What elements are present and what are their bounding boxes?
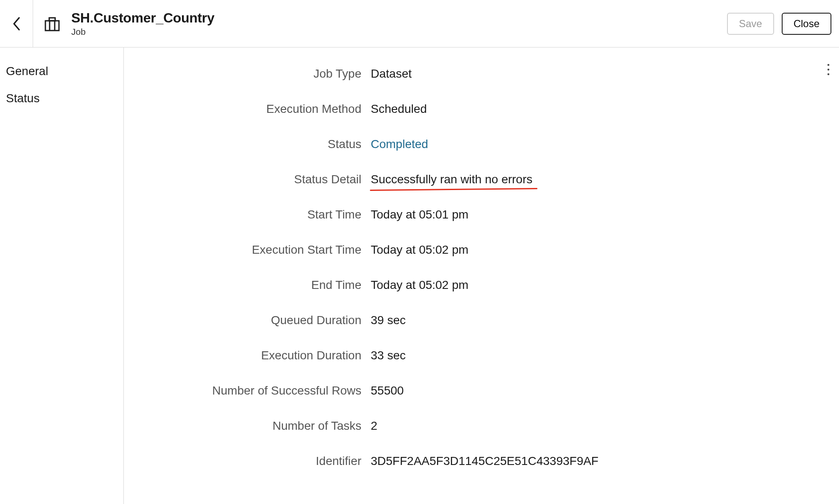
detail-value: Dataset [371, 66, 839, 81]
detail-label: Status [124, 137, 361, 151]
job-icon-wrap [33, 15, 71, 32]
svg-point-5 [828, 69, 830, 71]
detail-value: Successfully ran with no errors [371, 172, 839, 187]
detail-value: Scheduled [371, 101, 839, 116]
detail-value[interactable]: Completed [371, 137, 839, 151]
detail-value-text: Scheduled [371, 102, 427, 115]
main-panel: Job TypeDatasetExecution MethodScheduled… [124, 48, 839, 504]
detail-label: Execution Method [124, 101, 361, 116]
back-button[interactable] [11, 15, 22, 32]
page-subtitle: Job [71, 27, 727, 37]
detail-value-text: Today at 05:02 pm [371, 243, 468, 256]
detail-value-text: Today at 05:02 pm [371, 278, 468, 291]
detail-value: 55500 [371, 383, 839, 398]
detail-value: 3D5FF2AA5F3D1145C25E51C43393F9AF [371, 454, 839, 468]
svg-rect-0 [45, 21, 59, 31]
detail-value-text: Dataset [371, 67, 412, 80]
details-grid: Job TypeDatasetExecution MethodScheduled… [124, 66, 839, 468]
sidebar: General Status [0, 48, 124, 504]
body: General Status Job TypeDatasetExecution … [0, 48, 839, 504]
back-wrap [0, 0, 33, 47]
header-bar: SH.Customer_Country Job Save Close [0, 0, 839, 48]
detail-label: Execution Duration [124, 348, 361, 363]
chevron-left-icon [11, 15, 22, 32]
detail-label: Start Time [124, 207, 361, 222]
detail-value-text: 2 [371, 419, 378, 432]
header-actions: Save Close [727, 13, 831, 35]
detail-label: Identifier [124, 454, 361, 468]
svg-rect-1 [49, 18, 55, 21]
detail-value-text: 39 sec [371, 314, 406, 327]
detail-value: 33 sec [371, 348, 839, 363]
sidebar-item-general[interactable]: General [0, 58, 123, 85]
more-actions-button[interactable] [826, 63, 831, 76]
page-title: SH.Customer_Country [71, 10, 727, 26]
detail-value: 39 sec [371, 313, 839, 328]
detail-value-text: 33 sec [371, 349, 406, 362]
detail-label: Execution Start Time [124, 242, 361, 257]
detail-value-text: Completed [371, 137, 428, 151]
sidebar-item-status[interactable]: Status [0, 85, 123, 112]
close-button[interactable]: Close [782, 13, 831, 35]
detail-label: Job Type [124, 66, 361, 81]
briefcase-icon [44, 15, 61, 32]
detail-label: End Time [124, 277, 361, 292]
save-button: Save [727, 13, 774, 35]
detail-label: Status Detail [124, 172, 361, 187]
detail-value-text: Today at 05:01 pm [371, 208, 468, 221]
svg-point-4 [828, 64, 830, 66]
detail-value-text: 3D5FF2AA5F3D1145C25E51C43393F9AF [371, 454, 598, 468]
detail-value: Today at 05:02 pm [371, 277, 839, 292]
detail-value-text: 55500 [371, 384, 404, 397]
detail-value: Today at 05:02 pm [371, 242, 839, 257]
detail-label: Queued Duration [124, 313, 361, 328]
detail-value: 2 [371, 418, 839, 433]
title-block: SH.Customer_Country Job [71, 10, 727, 37]
kebab-icon [826, 63, 831, 76]
detail-label: Number of Tasks [124, 418, 361, 433]
detail-label: Number of Successful Rows [124, 383, 361, 398]
detail-value: Today at 05:01 pm [371, 207, 839, 222]
svg-point-6 [828, 73, 830, 76]
detail-value-text: Successfully ran with no errors [371, 173, 532, 186]
